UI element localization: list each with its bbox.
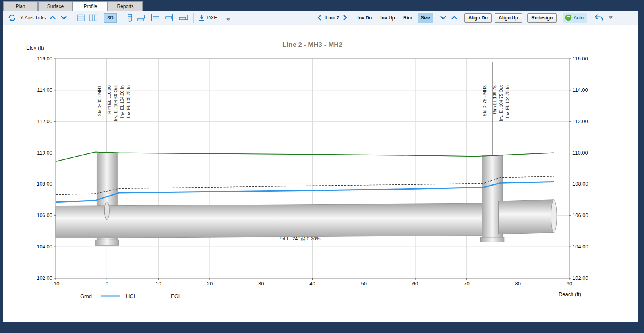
prev-line-button[interactable] xyxy=(317,14,323,22)
x-axis-title: Reach (ft) xyxy=(559,291,581,297)
y-tick-label-right: 112.00 xyxy=(572,118,588,124)
next-line-button[interactable] xyxy=(342,14,348,22)
y-tick-label-right: 106.00 xyxy=(572,212,588,218)
align-dn-button[interactable]: Align Dn xyxy=(464,13,492,23)
horizontal-gridlines-button[interactable] xyxy=(76,14,86,22)
pipe-align-upstream-button[interactable] xyxy=(164,13,175,23)
toggle-inv-up[interactable]: Inv Up xyxy=(377,13,398,23)
refresh-button[interactable] xyxy=(6,12,17,23)
pipe-invert-drop-button[interactable] xyxy=(136,13,147,23)
y-tick-label-right: 114.00 xyxy=(572,87,588,93)
x-tick-label: 20 xyxy=(207,281,213,287)
pipe xyxy=(56,203,491,238)
structure-label: Inv. El. 104.60 In xyxy=(120,85,124,118)
chevron-down-icon xyxy=(440,15,447,20)
manhole-icon xyxy=(127,14,132,22)
chevron-up-icon xyxy=(451,15,458,20)
y-axis-title: Elev (ft) xyxy=(26,45,44,51)
size-decrease-button[interactable] xyxy=(439,15,447,21)
chevron-down-icon xyxy=(60,15,67,20)
download-icon xyxy=(199,14,205,22)
toolbar-right-group: Line 2 Inv Dn Inv Up Rim Size Align Dn A… xyxy=(317,13,613,23)
manhole-base xyxy=(95,240,119,245)
toolbar-overflow-button[interactable] xyxy=(609,14,613,21)
toggle-rim[interactable]: Rim xyxy=(400,13,415,23)
y-tick-label-left: 112.00 xyxy=(37,118,52,124)
series-line-HGL xyxy=(56,182,554,202)
tab-plan[interactable]: Plan xyxy=(3,1,38,11)
tab-reports[interactable]: Reports xyxy=(108,1,143,11)
incoming-pipe-end xyxy=(104,202,109,219)
pipe-extend-button[interactable] xyxy=(178,13,190,23)
redesign-button[interactable]: Redesign xyxy=(527,13,557,23)
manhole-display-button[interactable] xyxy=(126,13,133,23)
pipe-invert-drop-icon xyxy=(137,14,146,22)
3d-view-button[interactable]: 3D xyxy=(104,13,116,23)
dxf-label: DXF xyxy=(207,15,217,21)
dxf-export-button[interactable]: DXF xyxy=(198,13,218,23)
y-axis-ticks-increase-button[interactable] xyxy=(48,15,57,21)
toolbar-separator xyxy=(72,13,72,23)
overflow-icon xyxy=(609,16,613,19)
x-tick-label: 60 xyxy=(412,281,418,287)
toggle-size[interactable]: Size xyxy=(418,13,433,23)
structure-label: Rim El. 109.75 xyxy=(492,85,497,114)
profile-series xyxy=(56,152,554,202)
series-line-EGL xyxy=(56,176,554,195)
pipe-align-downstream-button[interactable] xyxy=(150,13,161,23)
x-tick-label: 70 xyxy=(464,281,469,287)
manhole-base xyxy=(480,237,504,242)
toggle-inv-dn[interactable]: Inv Dn xyxy=(355,13,375,23)
structure-label: Rim El. 110.00 xyxy=(107,85,112,114)
vertical-gridlines-button[interactable] xyxy=(89,14,98,22)
auto-label: Auto xyxy=(574,15,584,21)
y-tick-label-left: 110.00 xyxy=(37,150,52,156)
pipe-end-cap xyxy=(551,200,557,233)
profile-chart[interactable]: Sta 0+00 - MH1Rim El. 110.00Inv. El. 104… xyxy=(3,25,638,322)
pipe-align-upstream-icon xyxy=(164,14,174,22)
overflow-icon xyxy=(226,18,230,21)
y-tick-label-right: 116.00 xyxy=(572,56,588,62)
size-increase-button[interactable] xyxy=(450,15,458,21)
structure-label: Inv. El. 104.75 In xyxy=(505,85,510,118)
tab-profile[interactable]: Profile xyxy=(73,1,108,11)
view-tabbar: Plan Surface Profile Reports xyxy=(0,0,644,11)
y-tick-label-left: 102.00 xyxy=(37,275,52,281)
y-tick-label-right: 102.00 xyxy=(572,275,588,281)
x-tick-label: 90 xyxy=(567,281,572,287)
app-window: { "window": { "frame_color": "#21395a" }… xyxy=(0,0,644,333)
y-tick-label-left: 108.00 xyxy=(37,181,52,187)
x-tick-label: 40 xyxy=(309,281,315,287)
refresh-icon xyxy=(7,13,17,23)
y-tick-label-left: 114.00 xyxy=(37,87,52,93)
grid-columns-icon xyxy=(89,14,97,21)
auto-mode-chip[interactable]: Auto xyxy=(563,13,587,23)
tab-surface[interactable]: Surface xyxy=(38,1,73,11)
pipe-extend-icon xyxy=(178,14,189,22)
structure-label: Sta 0+00 - MH1 xyxy=(97,85,102,116)
structure-label: Inv. El. 104.75 Out xyxy=(499,85,503,121)
toolbar-overflow-button[interactable] xyxy=(226,16,230,23)
pipe-align-downstream-icon xyxy=(151,14,160,22)
legend: GrndHGLEGL xyxy=(56,293,181,299)
pipe-network xyxy=(56,153,557,246)
x-tick-label: 80 xyxy=(515,281,520,287)
y-axis-ticks-decrease-button[interactable] xyxy=(60,15,68,21)
toolbar: Y-Axis Ticks 3D xyxy=(3,11,638,25)
x-tick-label: -10 xyxy=(52,281,60,287)
structure-label: Inv. El. 105.75 In xyxy=(126,85,131,118)
y-tick-label-left: 116.00 xyxy=(37,56,52,62)
x-tick-label: 0 xyxy=(106,281,108,287)
x-tick-label: 30 xyxy=(258,281,264,287)
align-up-button[interactable]: Align Up xyxy=(495,13,522,23)
undo-button[interactable] xyxy=(593,13,604,22)
y-axis-ticks-label: Y-Axis Ticks xyxy=(20,15,46,21)
legend-label: Grnd xyxy=(80,293,92,299)
legend-label: EGL xyxy=(171,293,181,299)
chevron-left-icon xyxy=(317,14,322,21)
pipe xyxy=(499,200,554,234)
line-selector-label: Line 2 xyxy=(325,15,339,21)
structure-annotations: Sta 0+00 - MH1Rim El. 110.00Inv. El. 104… xyxy=(97,59,510,155)
y-tick-label-right: 110.00 xyxy=(572,150,588,156)
y-tick-label-left: 104.00 xyxy=(37,244,52,250)
